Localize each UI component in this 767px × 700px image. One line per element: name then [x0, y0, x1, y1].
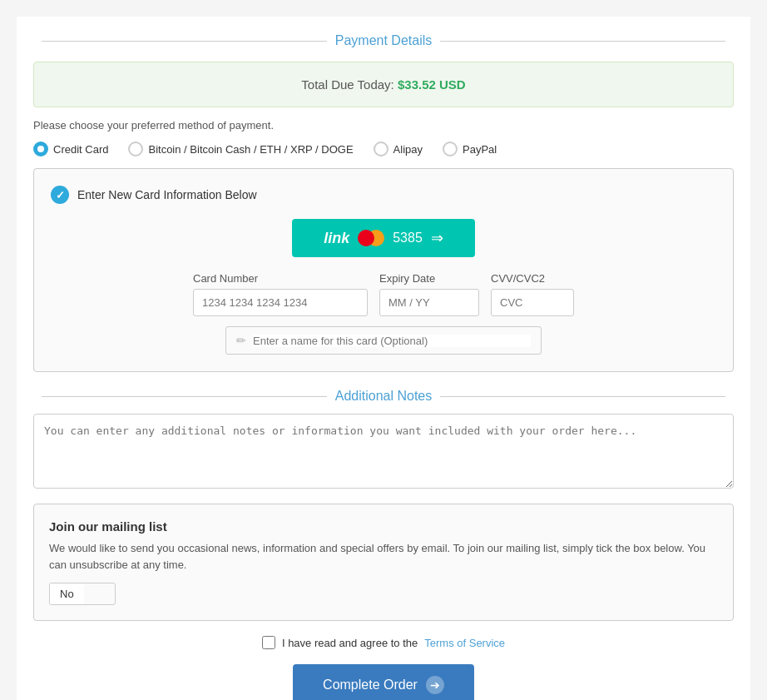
total-label: Total Due Today: [301, 77, 393, 92]
tos-link[interactable]: Terms of Service [424, 637, 505, 649]
card-check-icon [51, 186, 69, 204]
payment-title: Payment Details [335, 33, 433, 48]
credit-card-label: Credit Card [53, 143, 108, 156]
expiry-group: Expiry Date [379, 272, 479, 316]
card-name-input[interactable] [253, 335, 531, 347]
card-info-label: Enter New Card Information Below [77, 188, 257, 201]
tos-row: I have read and agree to the Terms of Se… [33, 636, 734, 649]
card-name-field: ✏ [225, 326, 542, 355]
section-title-notes: Additional Notes [33, 389, 734, 404]
link-pay-button[interactable]: link 5385 ⇒ [292, 219, 475, 257]
cvv-label: CVV/CVC2 [491, 272, 574, 285]
tos-checkbox[interactable] [262, 636, 275, 649]
expiry-input[interactable] [379, 289, 479, 316]
mailing-title: Join our mailing list [49, 519, 718, 534]
card-number-label: Card Number [193, 272, 368, 285]
additional-notes-textarea[interactable] [33, 414, 734, 489]
card-number-input[interactable] [193, 289, 368, 316]
payment-methods: Credit Card Bitcoin / Bitcoin Cash / ETH… [33, 141, 734, 156]
expiry-label: Expiry Date [379, 272, 479, 285]
bitcoin-label: Bitcoin / Bitcoin Cash / ETH / XRP / DOG… [148, 143, 353, 156]
complete-arrow-icon: ➔ [426, 676, 444, 694]
mailing-toggle[interactable]: No [49, 583, 116, 605]
card-fields-row: Card Number Expiry Date CVV/CVC2 [51, 272, 716, 316]
card-info-header: Enter New Card Information Below [51, 186, 716, 204]
total-amount: $33.52 USD [398, 77, 466, 92]
pencil-icon: ✏ [236, 334, 246, 347]
link-logo: link [324, 230, 349, 247]
payment-method-alipay[interactable]: Alipay [374, 141, 423, 156]
payment-method-paypal[interactable]: PayPal [443, 141, 497, 156]
cvv-input[interactable] [491, 289, 574, 316]
complete-order-label: Complete Order [323, 678, 418, 693]
card-number-group: Card Number [193, 272, 368, 316]
radio-paypal[interactable] [443, 141, 458, 156]
complete-order-button[interactable]: Complete Order ➔ [293, 664, 474, 700]
alipay-label: Alipay [393, 143, 423, 156]
toggle-no-label[interactable]: No [50, 583, 84, 604]
payment-page: Payment Details Total Due Today: $33.52 … [17, 17, 750, 700]
mastercard-icon [358, 230, 384, 246]
card-info-box: Enter New Card Information Below link 53… [33, 168, 734, 372]
cvv-group: CVV/CVC2 [491, 272, 574, 316]
card-digits: 5385 [393, 231, 423, 246]
section-title-payment: Payment Details [33, 33, 734, 48]
paypal-label: PayPal [463, 143, 497, 156]
radio-bitcoin[interactable] [128, 141, 143, 156]
radio-credit-card[interactable] [33, 141, 48, 156]
payment-method-bitcoin[interactable]: Bitcoin / Bitcoin Cash / ETH / XRP / DOG… [128, 141, 353, 156]
mailing-description: We would like to send you occasional new… [49, 540, 718, 573]
payment-note: Please choose your preferred method of p… [33, 119, 734, 132]
total-due-box: Total Due Today: $33.52 USD [33, 62, 734, 107]
notes-title: Additional Notes [335, 389, 433, 404]
mailing-list-box: Join our mailing list We would like to s… [33, 504, 734, 621]
tos-label: I have read and agree to the [282, 637, 418, 649]
link-arrow-icon: ⇒ [431, 229, 443, 247]
payment-method-credit-card[interactable]: Credit Card [33, 141, 108, 156]
radio-alipay[interactable] [374, 141, 388, 156]
